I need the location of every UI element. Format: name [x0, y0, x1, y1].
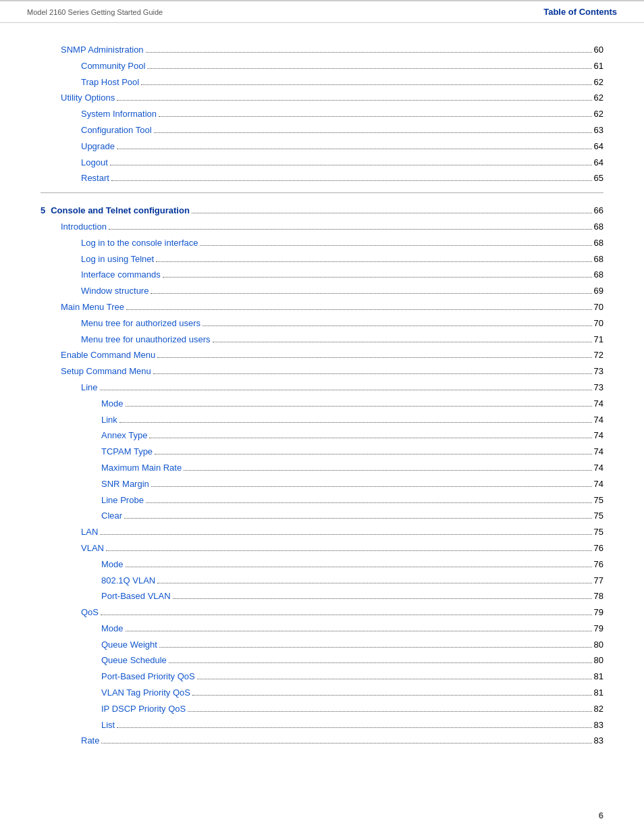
toc-entry-utility-options: Utility Options62 [41, 91, 603, 105]
page-footer: 6 [599, 810, 603, 820]
toc-label-port-based-vlan: Port-Based VLAN [101, 591, 171, 601]
toc-label-link: Link [101, 415, 117, 425]
toc-link-vlan-8021q[interactable]: 802.1Q VLAN [101, 574, 155, 588]
toc-dots-log-in-telnet [156, 261, 591, 262]
toc-link-ip-dscp-priority-qos[interactable]: IP DSCP Priority QoS [101, 702, 186, 716]
toc-link-menu-tree-auth[interactable]: Menu tree for authorized users [81, 317, 200, 331]
toc-page-snmp-admin: 60 [594, 43, 603, 57]
toc-link-upgrade[interactable]: Upgrade [81, 140, 115, 154]
toc-page-qos: 79 [594, 606, 603, 620]
toc-label-log-in-telnet: Log in using Telnet [81, 254, 154, 264]
toc-link-restart[interactable]: Restart [81, 172, 109, 186]
toc-link-snmp-admin[interactable]: SNMP Administration [61, 43, 144, 57]
toc-link-clear[interactable]: Clear [101, 509, 122, 523]
toc-label-vlan-8021q: 802.1Q VLAN [101, 575, 155, 585]
toc-entry-vlan-tag-priority-qos: VLAN Tag Priority QoS81 [41, 686, 603, 700]
toc-link-mode[interactable]: Mode [101, 397, 124, 411]
toc-link-configuration-tool[interactable]: Configuration Tool [81, 124, 152, 138]
toc-link-tcpam-type[interactable]: TCPAM Type [101, 445, 153, 459]
toc-link-log-in-telnet[interactable]: Log in using Telnet [81, 253, 154, 267]
toc-page-vlan-mode: 76 [594, 558, 603, 572]
toc-link-maximum-main-rate[interactable]: Maximum Main Rate [101, 461, 182, 475]
toc-label-lan: LAN [81, 527, 98, 537]
toc-link-annex-type[interactable]: Annex Type [101, 429, 147, 443]
toc-label-queue-schedule: Queue Schedule [101, 655, 167, 665]
toc-label-utility-options: Utility Options [61, 93, 115, 103]
toc-link-qos-mode[interactable]: Mode [101, 622, 124, 636]
toc-dots-maximum-main-rate [184, 470, 591, 471]
toc-entry-trap-host-pool: Trap Host Pool62 [41, 76, 603, 90]
toc-dots-vlan-mode [126, 567, 592, 567]
toc-entry-queue-schedule: Queue Schedule80 [41, 654, 603, 668]
toc-link-enable-command-menu[interactable]: Enable Command Menu [61, 348, 155, 363]
page-container: Model 2160 Series Getting Started Guide … [0, 0, 644, 834]
toc-link-window-structure[interactable]: Window structure [81, 284, 149, 298]
toc-entry-tcpam-type: TCPAM Type74 [41, 445, 603, 459]
toc-entry-queue-weight: Queue Weight80 [41, 638, 603, 652]
toc-link-list[interactable]: List [101, 719, 115, 733]
toc-dots-rate [101, 743, 591, 744]
toc-link-port-based-priority-qos[interactable]: Port-Based Priority QoS [101, 670, 195, 684]
toc-dots-line-probe [146, 502, 592, 503]
toc-page-clear: 75 [594, 509, 603, 523]
toc-entry-logout: Logout64 [41, 156, 603, 170]
toc-page-vlan-tag-priority-qos: 81 [594, 686, 603, 700]
toc-link-line-probe[interactable]: Line Probe [101, 494, 144, 508]
toc-entry-interface-commands: Interface commands68 [41, 268, 603, 282]
toc-link-trap-host-pool[interactable]: Trap Host Pool [81, 76, 139, 90]
toc-link-port-based-vlan[interactable]: Port-Based VLAN [101, 590, 171, 604]
toc-page-log-in-console: 68 [594, 236, 603, 251]
toc-link-community-pool[interactable]: Community Pool [81, 59, 145, 74]
toc-label-interface-commands: Interface commands [81, 269, 161, 280]
toc-link-snr-margin[interactable]: SNR Margin [101, 477, 149, 492]
toc-page-setup-command-menu: 73 [594, 365, 603, 379]
toc-link-interface-commands[interactable]: Interface commands [81, 268, 161, 282]
toc-dots-qos-mode [126, 631, 592, 631]
toc-link-system-information[interactable]: System Information [81, 107, 157, 122]
toc-label-main-menu-tree: Main Menu Tree [61, 302, 124, 312]
toc-label-introduction: Introduction [61, 221, 107, 232]
toc-link-chapter5[interactable]: 5Console and Telnet configuration [41, 204, 190, 218]
toc-page-port-based-vlan: 78 [594, 590, 603, 604]
toc-page-snr-margin: 74 [594, 477, 603, 492]
toc-label-line-probe: Line Probe [101, 495, 144, 505]
toc-link-vlan-mode[interactable]: Mode [101, 558, 124, 572]
toc-dots-vlan [106, 550, 592, 551]
toc-link-link[interactable]: Link [101, 413, 117, 427]
toc-link-vlan[interactable]: VLAN [81, 542, 104, 556]
toc-page-chapter5: 66 [594, 204, 603, 218]
toc-dots-menu-tree-auth [203, 325, 591, 326]
toc-dots-system-information [159, 116, 592, 117]
toc-entry-qos: QoS79 [41, 606, 603, 620]
toc-link-vlan-tag-priority-qos[interactable]: VLAN Tag Priority QoS [101, 686, 190, 700]
toc-page-annex-type: 74 [594, 429, 603, 443]
toc-page-menu-tree-auth: 70 [594, 317, 603, 331]
toc-link-queue-weight[interactable]: Queue Weight [101, 638, 157, 652]
toc-link-utility-options[interactable]: Utility Options [61, 91, 115, 105]
toc-link-log-in-console[interactable]: Log in to the console interface [81, 236, 198, 251]
toc-link-line[interactable]: Line [81, 381, 98, 395]
toc-page-lan: 75 [594, 525, 603, 540]
toc-label-window-structure: Window structure [81, 286, 149, 296]
toc-link-queue-schedule[interactable]: Queue Schedule [101, 654, 167, 668]
chapter-num-chapter5: 5 [41, 205, 45, 215]
toc-dots-upgrade [117, 149, 592, 149]
toc-link-setup-command-menu[interactable]: Setup Command Menu [61, 365, 151, 379]
toc-link-main-menu-tree[interactable]: Main Menu Tree [61, 301, 124, 315]
page-number: 6 [599, 810, 603, 820]
toc-label-setup-command-menu: Setup Command Menu [61, 366, 151, 376]
toc-link-introduction[interactable]: Introduction [61, 220, 107, 234]
toc-entry-menu-tree-auth: Menu tree for authorized users70 [41, 317, 603, 331]
toc-link-lan[interactable]: LAN [81, 525, 98, 540]
toc-link-rate[interactable]: Rate [81, 734, 99, 748]
page-header: Model 2160 Series Getting Started Guide … [0, 0, 644, 23]
toc-entry-vlan: VLAN76 [41, 542, 603, 556]
toc-label-snmp-admin: SNMP Administration [61, 45, 144, 55]
toc-label-system-information: System Information [81, 109, 157, 119]
toc-dots-enable-command-menu [157, 357, 591, 358]
toc-link-logout[interactable]: Logout [81, 156, 108, 170]
toc-dots-port-based-vlan [173, 598, 592, 599]
toc-link-menu-tree-unauth[interactable]: Menu tree for unauthorized users [81, 333, 211, 347]
toc-label-annex-type: Annex Type [101, 430, 147, 440]
toc-link-qos[interactable]: QoS [81, 606, 99, 620]
